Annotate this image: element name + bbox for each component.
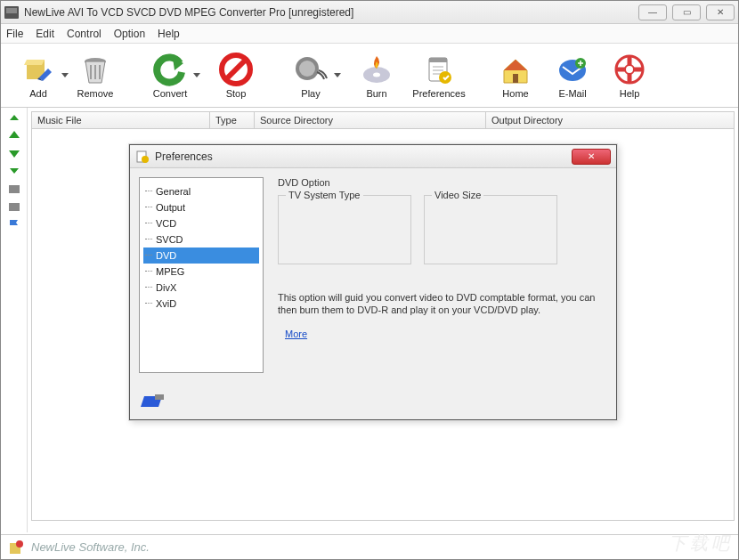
columns-header: Music File Type Source Directory Output … (31, 111, 735, 129)
menu-edit[interactable]: Edit (36, 28, 54, 40)
watermark: 下载吧 (669, 532, 733, 556)
options-pane: DVD Option TV System Type Video Size Thi… (272, 177, 607, 410)
tree-divx[interactable]: DivX (143, 280, 259, 296)
status-icon (8, 540, 24, 556)
more-link[interactable]: More (285, 329, 307, 339)
side-flag-icon[interactable] (7, 218, 21, 231)
move-up-icon[interactable] (7, 129, 21, 142)
help-button[interactable]: Help (601, 48, 658, 103)
tool-convert-group: Convert (142, 48, 199, 103)
video-size-legend: Video Size (432, 190, 483, 200)
add-dropdown-icon[interactable] (61, 73, 69, 77)
dialog-icon (135, 150, 150, 164)
tree-dvd[interactable]: DVD (143, 248, 259, 264)
col-music-file[interactable]: Music File (32, 112, 210, 128)
svg-point-20 (142, 156, 149, 163)
remove-label: Remove (77, 88, 114, 99)
app-icon (4, 6, 19, 19)
move-down-icon[interactable] (7, 147, 21, 159)
dialog-close-button[interactable]: ✕ (572, 149, 611, 165)
burn-icon (360, 53, 394, 86)
titlebar: NewLive AVI To VCD SVCD DVD MPEG Convert… (1, 1, 738, 24)
tv-system-legend: TV System Type (286, 190, 363, 200)
email-label: E-Mail (558, 88, 586, 99)
status-text: NewLive Software, Inc. (31, 540, 150, 554)
svg-point-6 (373, 72, 380, 77)
preferences-label: Preferences (412, 88, 465, 99)
option-description: This option will guid you convert video … (278, 291, 602, 316)
col-type[interactable]: Type (210, 112, 255, 128)
move-bottom-icon[interactable] (7, 165, 21, 177)
preferences-icon (422, 53, 456, 86)
side-icon-6[interactable] (7, 200, 21, 213)
burn-button[interactable]: Burn (348, 48, 405, 103)
maximize-button[interactable]: ▭ (672, 4, 701, 20)
svg-point-14 (625, 65, 634, 74)
minimize-button[interactable]: — (638, 4, 667, 20)
preferences-button[interactable]: Preferences (405, 48, 473, 103)
close-button[interactable]: ✕ (706, 4, 735, 20)
burn-label: Burn (366, 88, 386, 99)
tv-system-group: TV System Type (278, 195, 411, 264)
col-source-dir[interactable]: Source Directory (255, 112, 486, 128)
home-label: Home (502, 88, 528, 99)
home-icon (499, 53, 532, 86)
menu-help[interactable]: Help (158, 28, 180, 40)
dialog-bottom-icon (141, 394, 166, 410)
svg-line-2 (226, 60, 246, 79)
tree-mpeg[interactable]: MPEG (143, 264, 259, 280)
statusbar: NewLive Software, Inc. (1, 534, 738, 559)
svg-rect-15 (9, 185, 20, 193)
stop-icon (219, 53, 253, 86)
stop-button[interactable]: Stop (207, 48, 264, 103)
play-button[interactable]: Play (282, 48, 339, 103)
side-strip (1, 108, 28, 532)
tree-output[interactable]: Output (143, 199, 259, 215)
stop-label: Stop (226, 88, 247, 99)
add-button[interactable]: Add (10, 48, 67, 103)
help-icon (613, 53, 646, 86)
svg-rect-8 (429, 58, 447, 62)
svg-rect-10 (513, 74, 518, 83)
add-icon (21, 53, 55, 86)
svg-point-4 (299, 61, 315, 77)
email-icon (556, 53, 589, 86)
side-icon-5[interactable] (7, 183, 21, 195)
play-dropdown-icon[interactable] (334, 73, 341, 77)
email-button[interactable]: E-Mail (544, 48, 601, 103)
window-title: NewLive AVI To VCD SVCD DVD MPEG Convert… (24, 6, 638, 19)
tree-vcd[interactable]: VCD (143, 215, 259, 231)
col-output-dir[interactable]: Output Directory (486, 112, 734, 128)
tool-play-group: Play (282, 48, 339, 103)
svg-rect-21 (155, 394, 164, 400)
dialog-title: Preferences (155, 150, 572, 163)
remove-icon (78, 53, 112, 86)
home-button[interactable]: Home (487, 48, 544, 103)
pane-heading: DVD Option (278, 177, 602, 188)
tree-general[interactable]: General (143, 183, 259, 199)
convert-label: Convert (153, 88, 188, 99)
main-window: NewLive AVI To VCD SVCD DVD MPEG Convert… (0, 0, 739, 560)
convert-dropdown-icon[interactable] (193, 73, 200, 77)
move-top-icon[interactable] (7, 111, 21, 124)
svg-point-18 (16, 540, 23, 548)
menu-option[interactable]: Option (114, 28, 145, 40)
window-controls: — ▭ ✕ (638, 4, 735, 20)
tree-xvid[interactable]: XviD (143, 296, 259, 312)
menu-file[interactable]: File (6, 28, 23, 40)
menu-control[interactable]: Control (67, 28, 102, 40)
svg-rect-16 (9, 203, 20, 211)
remove-button[interactable]: Remove (67, 48, 124, 103)
add-label: Add (29, 88, 47, 99)
svg-point-9 (439, 71, 451, 84)
convert-icon (153, 53, 187, 86)
help-label: Help (620, 88, 640, 99)
convert-button[interactable]: Convert (142, 48, 199, 103)
tool-add-group: Add (10, 48, 67, 103)
tree-svcd[interactable]: SVCD (143, 231, 259, 248)
category-tree[interactable]: General Output VCD SVCD DVD MPEG DivX Xv… (139, 177, 264, 373)
video-size-group: Video Size (424, 195, 557, 264)
dialog-titlebar: Preferences ✕ (130, 145, 616, 168)
option-groups: TV System Type Video Size (278, 195, 602, 264)
preferences-dialog: Preferences ✕ General Output VCD SVCD DV… (129, 144, 617, 420)
